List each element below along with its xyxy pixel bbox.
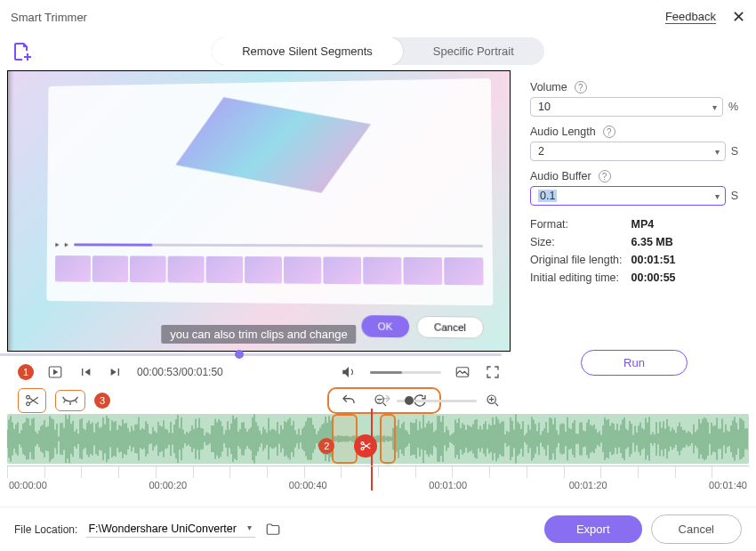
cancel-button[interactable]: Cancel bbox=[651, 515, 742, 544]
volume-unit: % bbox=[728, 101, 738, 113]
zoom-slider[interactable] bbox=[397, 400, 477, 402]
audio-buffer-label: Audio Buffer bbox=[530, 170, 591, 182]
help-icon[interactable]: ? bbox=[599, 170, 611, 182]
annotation-badge-3: 3 bbox=[94, 393, 110, 409]
browse-folder-icon[interactable] bbox=[264, 521, 282, 539]
audio-length-label: Audio Length bbox=[530, 126, 596, 138]
format-label: Format: bbox=[530, 218, 623, 231]
annotation-badge-1: 1 bbox=[18, 364, 34, 380]
video-caption: you can also trim clips and change bbox=[161, 325, 356, 344]
undo-button[interactable] bbox=[340, 392, 358, 409]
add-document-icon[interactable] bbox=[11, 41, 32, 62]
run-button[interactable]: Run bbox=[581, 350, 688, 376]
cut-marker-icon[interactable] bbox=[354, 434, 377, 458]
play-button[interactable] bbox=[46, 363, 64, 381]
size-label: Size: bbox=[530, 236, 623, 248]
video-content: ▸▸ OK Cancel bbox=[46, 78, 493, 305]
help-icon[interactable]: ? bbox=[603, 126, 615, 138]
window-title: Smart Trimmer bbox=[11, 11, 87, 24]
format-value: MP4 bbox=[631, 218, 738, 231]
audio-length-unit: S bbox=[731, 145, 738, 158]
volume-select[interactable]: 10 bbox=[530, 97, 723, 117]
playhead[interactable] bbox=[371, 409, 373, 490]
size-value: 6.35 MB bbox=[631, 236, 738, 248]
audio-buffer-select[interactable]: 0.1 bbox=[530, 186, 726, 206]
audio-length-select[interactable]: 2 bbox=[530, 142, 726, 161]
snapshot-icon[interactable] bbox=[454, 363, 471, 381]
orig-length-value: 00:01:51 bbox=[631, 254, 738, 266]
volume-label: Volume bbox=[530, 81, 567, 93]
time-ruler bbox=[7, 466, 749, 478]
prev-button[interactable] bbox=[76, 363, 94, 381]
init-edit-label: Initial editing time: bbox=[530, 271, 623, 284]
next-button[interactable] bbox=[107, 363, 125, 381]
help-icon[interactable]: ? bbox=[575, 81, 587, 93]
seek-bar[interactable] bbox=[0, 353, 502, 356]
hide-tool[interactable] bbox=[55, 390, 85, 411]
timecode-display: 00:00:53/00:01:50 bbox=[137, 366, 223, 378]
file-location-label: File Location: bbox=[14, 523, 77, 536]
orig-length-label: Original file length: bbox=[530, 254, 623, 266]
selection-right[interactable] bbox=[380, 414, 396, 464]
volume-icon[interactable] bbox=[340, 363, 358, 381]
timeline-labels: 00:00:00 00:00:20 00:00:40 00:01:00 00:0… bbox=[0, 478, 756, 498]
selection-left[interactable] bbox=[332, 414, 357, 464]
volume-slider[interactable] bbox=[370, 371, 441, 374]
zoom-in-icon[interactable] bbox=[484, 392, 502, 409]
annotation-badge-2: 2 bbox=[318, 438, 334, 454]
feedback-link[interactable]: Feedback bbox=[665, 10, 716, 24]
close-icon[interactable]: ✕ bbox=[732, 7, 745, 27]
fullscreen-icon[interactable] bbox=[484, 363, 502, 381]
cut-tool[interactable] bbox=[18, 388, 46, 413]
mode-tabs: Remove Silent Segments Specific Portrait bbox=[212, 37, 544, 65]
redo-button[interactable] bbox=[375, 392, 393, 409]
tab-remove-silent[interactable]: Remove Silent Segments bbox=[212, 37, 403, 65]
video-preview[interactable]: ▸▸ OK Cancel you can also trim clips and… bbox=[7, 70, 511, 352]
waveform-timeline[interactable]: 2 bbox=[7, 414, 749, 478]
init-edit-value: 00:00:55 bbox=[631, 271, 738, 284]
audio-buffer-unit: S bbox=[731, 190, 738, 202]
export-button[interactable]: Export bbox=[544, 515, 642, 543]
tab-specific-portrait[interactable]: Specific Portrait bbox=[403, 37, 544, 65]
file-location-input[interactable] bbox=[86, 521, 255, 538]
